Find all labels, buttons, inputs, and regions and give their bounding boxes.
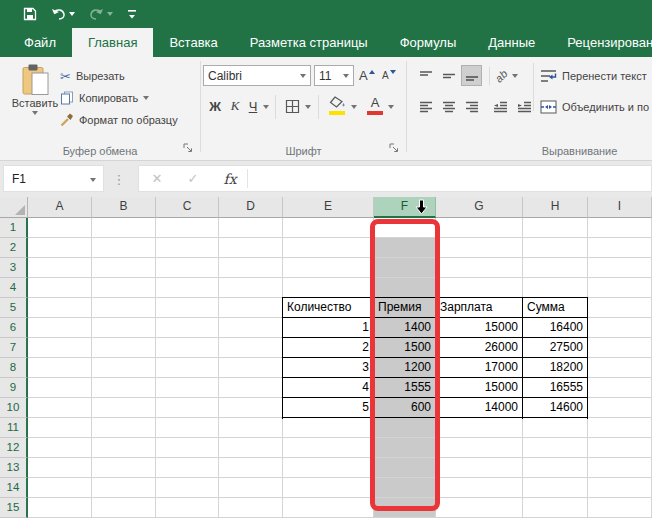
cell-A1[interactable]	[28, 218, 92, 238]
tab-Вставка[interactable]: Вставка	[153, 28, 233, 57]
align-right-button[interactable]	[461, 96, 482, 117]
cell-H4[interactable]	[523, 278, 588, 298]
tab-Данные[interactable]: Данные	[472, 28, 551, 57]
cell-B7[interactable]	[92, 338, 156, 358]
cell-F7[interactable]: 1500	[374, 338, 436, 358]
tab-Формулы[interactable]: Формулы	[384, 28, 473, 57]
formula-input[interactable]	[254, 166, 647, 191]
column-header-D[interactable]: D	[219, 197, 283, 218]
cell-G14[interactable]	[436, 478, 523, 498]
cell-I4[interactable]	[588, 278, 652, 298]
cell-C8[interactable]	[156, 358, 219, 378]
insert-function-button[interactable]: fx	[219, 166, 241, 191]
cell-F8[interactable]: 1200	[374, 358, 436, 378]
column-header-H[interactable]: H	[523, 197, 588, 218]
cell-C10[interactable]	[156, 398, 219, 418]
row-header-9[interactable]: 9	[0, 378, 28, 398]
increase-indent-button[interactable]	[514, 96, 535, 117]
cell-I3[interactable]	[588, 258, 652, 278]
row-header-15[interactable]: 15	[0, 498, 28, 518]
cell-B9[interactable]	[92, 378, 156, 398]
sheet-grid[interactable]: 1460014000600516555150001555418200170001…	[0, 197, 652, 518]
cell-C2[interactable]	[156, 238, 219, 258]
cell-H1[interactable]	[523, 218, 588, 238]
cell-C4[interactable]	[156, 278, 219, 298]
cell-B4[interactable]	[92, 278, 156, 298]
cell-F14[interactable]	[374, 478, 436, 498]
tab-Разметка страницы[interactable]: Разметка страницы	[234, 28, 384, 57]
paste-button[interactable]: Вставить	[8, 62, 62, 142]
cell-I9[interactable]	[588, 378, 652, 398]
row-header-2[interactable]: 2	[0, 238, 28, 258]
row-header-12[interactable]: 12	[0, 438, 28, 458]
underline-button[interactable]: Ч	[245, 95, 261, 117]
cell-D11[interactable]	[219, 418, 283, 438]
cell-H7[interactable]: 27500	[523, 338, 588, 358]
cell-B2[interactable]	[92, 238, 156, 258]
cell-I2[interactable]	[588, 238, 652, 258]
row-header-1[interactable]: 1	[0, 218, 28, 238]
cell-C13[interactable]	[156, 458, 219, 478]
cell-B14[interactable]	[92, 478, 156, 498]
cell-G10[interactable]: 14000	[436, 398, 523, 418]
enter-button[interactable]: ✓	[183, 166, 203, 191]
cell-G3[interactable]	[436, 258, 523, 278]
cell-A6[interactable]	[28, 318, 92, 338]
cell-D15[interactable]	[219, 498, 283, 518]
cell-D9[interactable]	[219, 378, 283, 398]
formula-bar-handle[interactable]: ⋮	[113, 166, 125, 192]
cell-C7[interactable]	[156, 338, 219, 358]
row-header-13[interactable]: 13	[0, 458, 28, 478]
cell-F4[interactable]	[374, 278, 436, 298]
copy-button[interactable]: Копировать	[60, 88, 149, 108]
cell-E5[interactable]: Количество	[283, 298, 374, 318]
cell-F6[interactable]: 1400	[374, 318, 436, 338]
cell-A2[interactable]	[28, 238, 92, 258]
column-header-C[interactable]: C	[156, 197, 219, 218]
cell-H10[interactable]: 14600	[523, 398, 588, 418]
cell-B3[interactable]	[92, 258, 156, 278]
increase-font-button[interactable]: А	[359, 65, 375, 86]
cell-D12[interactable]	[219, 438, 283, 458]
cell-C11[interactable]	[156, 418, 219, 438]
cell-F2[interactable]	[374, 238, 436, 258]
cell-G13[interactable]	[436, 458, 523, 478]
cell-A14[interactable]	[28, 478, 92, 498]
align-bottom-button[interactable]	[461, 65, 482, 86]
cell-F10[interactable]: 600	[374, 398, 436, 418]
cell-I6[interactable]	[588, 318, 652, 338]
cell-E10[interactable]: 5	[283, 398, 374, 418]
cell-E14[interactable]	[283, 478, 374, 498]
column-header-E[interactable]: E	[283, 197, 374, 218]
cell-E9[interactable]: 4	[283, 378, 374, 398]
cell-I1[interactable]	[588, 218, 652, 238]
cell-D2[interactable]	[219, 238, 283, 258]
row-header-8[interactable]: 8	[0, 358, 28, 378]
cell-G9[interactable]: 15000	[436, 378, 523, 398]
font-name-select[interactable]: Calibri	[203, 65, 311, 86]
cell-I14[interactable]	[588, 478, 652, 498]
cell-H3[interactable]	[523, 258, 588, 278]
cell-A4[interactable]	[28, 278, 92, 298]
cell-F15[interactable]	[374, 498, 436, 518]
cell-A8[interactable]	[28, 358, 92, 378]
cell-E4[interactable]	[283, 278, 374, 298]
save-button[interactable]	[16, 0, 44, 28]
wrap-text-button[interactable]: Перенести текст	[540, 65, 652, 87]
cell-B15[interactable]	[92, 498, 156, 518]
cell-H14[interactable]	[523, 478, 588, 498]
name-box[interactable]: F1	[3, 165, 104, 192]
font-size-select[interactable]: 11	[314, 65, 354, 86]
cell-A9[interactable]	[28, 378, 92, 398]
cell-G1[interactable]	[436, 218, 523, 238]
cell-D8[interactable]	[219, 358, 283, 378]
row-header-5[interactable]: 5	[0, 298, 28, 318]
cell-G12[interactable]	[436, 438, 523, 458]
row-header-14[interactable]: 14	[0, 478, 28, 498]
undo-button[interactable]	[44, 0, 82, 28]
cell-D6[interactable]	[219, 318, 283, 338]
cell-H2[interactable]	[523, 238, 588, 258]
cell-E6[interactable]: 1	[283, 318, 374, 338]
cell-F5[interactable]: Премия	[374, 298, 436, 318]
cell-C14[interactable]	[156, 478, 219, 498]
